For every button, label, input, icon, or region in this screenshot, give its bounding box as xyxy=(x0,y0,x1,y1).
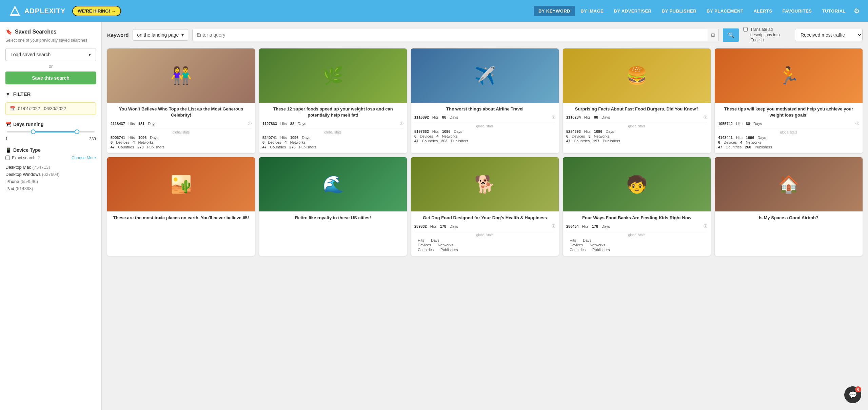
days-label: Days xyxy=(757,136,766,140)
nav-by-image[interactable]: BY IMAGE xyxy=(576,6,608,16)
list-item[interactable]: iPad (514398) xyxy=(5,185,96,192)
info-icon[interactable]: ⓘ xyxy=(552,115,555,120)
publishers-label: Publishers xyxy=(299,145,316,149)
networks-count: 3 xyxy=(588,134,590,138)
card-item[interactable]: 🌊 Retire like royalty in these US cities… xyxy=(259,157,407,256)
hits-label: Hits xyxy=(570,238,576,242)
load-saved-search-button[interactable]: Load saved search ▾ xyxy=(5,48,96,61)
global-stats-label: global stats xyxy=(566,124,707,128)
nav-by-placement[interactable]: BY PLACEMENT xyxy=(702,6,748,16)
networks-count: 4 xyxy=(133,140,135,144)
nav-by-publisher[interactable]: BY PUBLISHER xyxy=(657,6,702,16)
slider-values: 1 339 xyxy=(5,137,96,141)
networks-label: Networks xyxy=(442,134,457,138)
stats-row: 2118437 Hits 181 Days ⓘ xyxy=(111,121,252,126)
publishers-count: 273 xyxy=(289,145,295,149)
days-slider[interactable] xyxy=(5,131,96,132)
global-stats-label: global stats xyxy=(262,130,403,134)
card-item[interactable]: 🏃 These tips will keep you motivated and… xyxy=(715,48,863,153)
global-stats-label: global stats xyxy=(718,130,859,134)
keyword-type-select[interactable]: on the landing page ▾ xyxy=(133,29,188,41)
countries-label: Countries xyxy=(418,248,434,252)
card-item[interactable]: 🧒 Four Ways Food Banks Are Feeding Kids … xyxy=(563,157,711,256)
stats-row: 289832 Hits 178 Days ⓘ xyxy=(414,224,555,229)
list-item[interactable]: Desktop Windows (627604) xyxy=(5,171,96,178)
help-icon[interactable]: ? xyxy=(37,156,40,160)
nav-by-advertiser[interactable]: BY ADVERTISER xyxy=(609,6,656,16)
global-days: 1096 xyxy=(746,136,754,140)
search-input-wrapper: ⊞ xyxy=(192,29,719,41)
days-label: Days xyxy=(302,136,310,140)
card-image: 🏠 xyxy=(715,157,863,211)
networks-label: Networks xyxy=(290,140,305,144)
devices-row: Devices Networks xyxy=(414,243,555,247)
days-label: Days xyxy=(431,238,439,242)
publishers-label: Publishers xyxy=(592,248,610,252)
networks-label: Networks xyxy=(138,140,154,144)
info-icon[interactable]: ⓘ xyxy=(855,121,859,126)
countries-count: 47 xyxy=(566,139,570,143)
days-label: Days xyxy=(753,122,762,126)
devices-label: Devices xyxy=(418,243,431,247)
days-label: Days xyxy=(601,115,610,119)
chat-widget[interactable]: 💬 6 xyxy=(844,386,861,403)
hits-value: 1127863 xyxy=(262,122,277,126)
card-body: Retire like royalty in these US cities! xyxy=(259,211,407,227)
info-icon[interactable]: ⓘ xyxy=(400,121,403,126)
save-search-button[interactable]: Save this search xyxy=(5,71,96,84)
slider-thumb-left[interactable] xyxy=(31,129,36,134)
networks-count: 4 xyxy=(284,140,287,144)
nav-by-keyword[interactable]: BY KEYWORD xyxy=(534,6,575,16)
card-stats: 1116892 Hits 88 Days ⓘ global stats 5197… xyxy=(414,115,555,143)
devices-row: 6 Devices 4 Networks xyxy=(111,140,252,144)
choose-more-link[interactable]: Choose More xyxy=(72,156,96,160)
global-stats-label: global stats xyxy=(414,124,555,128)
card-item[interactable]: 🏜️ These are the most toxic places on ea… xyxy=(107,157,255,256)
date-range-picker[interactable]: 📅 01/01/2022 - 06/30/2022 xyxy=(5,102,96,115)
days-value: 88 xyxy=(746,122,750,126)
card-item[interactable]: 🌿 These 12 super foods speed up your wei… xyxy=(259,48,407,153)
days-label: Days xyxy=(606,129,614,134)
exact-search-checkbox[interactable] xyxy=(5,156,10,160)
image-search-icon[interactable]: ⊞ xyxy=(708,29,719,41)
device-list: Desktop Mac (754713) Desktop Windows (62… xyxy=(5,164,96,192)
global-hits-row: Hits Days xyxy=(566,238,707,242)
card-title: Retire like royalty in these US cities! xyxy=(262,215,403,221)
countries-count: 47 xyxy=(414,139,418,143)
card-item[interactable]: ✈️ The worst things about Airline Travel… xyxy=(411,48,559,153)
card-item[interactable]: 🏠 Is My Space a Good Airbnb? xyxy=(715,157,863,256)
cards-grid: 👫 You Won't Believe Who Tops the List as… xyxy=(107,48,863,256)
nav-favourites[interactable]: FAVOURITES xyxy=(777,6,816,16)
hiring-badge[interactable]: WE'RE HIRING! → xyxy=(72,6,121,16)
stats-row: 1116284 Hits 88 Days ⓘ xyxy=(566,115,707,120)
card-item[interactable]: 👫 You Won't Believe Who Tops the List as… xyxy=(107,48,255,153)
bookmark-icon: 🔖 xyxy=(5,28,12,35)
search-input[interactable] xyxy=(192,29,719,41)
card-item[interactable]: 🍔 Surprising Facts About Fast Food Burge… xyxy=(563,48,711,153)
slider-thumb-right[interactable] xyxy=(75,129,79,134)
info-icon[interactable]: ⓘ xyxy=(552,224,555,229)
devices-count: 6 xyxy=(414,134,416,138)
info-icon[interactable]: ⓘ xyxy=(704,115,707,120)
card-image: ✈️ xyxy=(411,48,559,103)
hits-label: Hits xyxy=(280,122,287,126)
list-item[interactable]: iPhone (554596) xyxy=(5,178,96,185)
global-stats-label: global stats xyxy=(414,233,555,237)
days-label: Days xyxy=(150,136,158,140)
sort-select[interactable]: Received most traffic xyxy=(795,29,863,41)
hits-label: Hits xyxy=(736,122,743,126)
card-item[interactable]: 🐕 Get Dog Food Designed for Your Dog's H… xyxy=(411,157,559,256)
search-button[interactable]: 🔍 xyxy=(723,28,739,42)
card-body: These 12 super foods speed up your weigh… xyxy=(259,103,407,153)
logo-text: ADPLEXITY xyxy=(24,7,65,15)
card-title: Four Ways Food Banks Are Feeding Kids Ri… xyxy=(566,215,707,221)
days-running-title: 📆 Days running xyxy=(5,122,96,127)
info-icon[interactable]: ⓘ xyxy=(248,121,252,126)
info-icon[interactable]: ⓘ xyxy=(704,224,707,229)
nav-tutorial[interactable]: TUTORIAL xyxy=(817,6,850,16)
translate-checkbox[interactable] xyxy=(743,27,748,32)
nav-alerts[interactable]: ALERTS xyxy=(749,6,777,16)
saved-searches-title: 🔖 Saved Searches xyxy=(5,28,96,35)
settings-icon[interactable]: ⚙ xyxy=(854,7,860,15)
list-item[interactable]: Desktop Mac (754713) xyxy=(5,164,96,171)
